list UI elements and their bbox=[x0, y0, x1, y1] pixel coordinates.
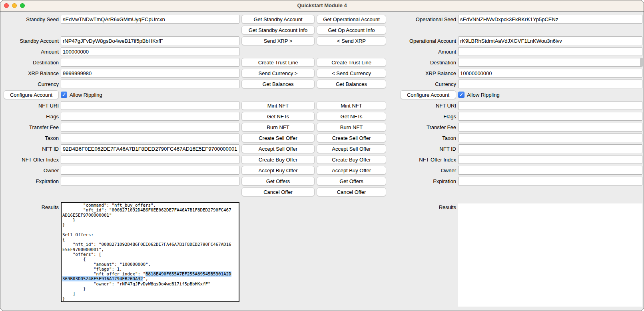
standby-flags-label: Flags bbox=[46, 114, 59, 120]
standby-xrp-balance-input[interactable] bbox=[61, 69, 239, 78]
standby-mint-nft-button[interactable]: Mint NFT bbox=[241, 101, 315, 110]
operational-cancel-offer-button[interactable]: Cancel Offer bbox=[317, 187, 386, 196]
operational-create-sell-offer-button[interactable]: Create Sell Offer bbox=[317, 134, 386, 142]
standby-accept-buy-offer-button[interactable]: Accept Buy Offer bbox=[241, 166, 315, 175]
standby-flags-input[interactable] bbox=[61, 112, 239, 121]
standby-amount-label: Amount bbox=[41, 49, 59, 55]
standby-create-trust-line-button[interactable]: Create Trust Line bbox=[241, 58, 315, 67]
operational-xrp-balance-input[interactable] bbox=[458, 69, 642, 78]
scrollbar-thumb[interactable] bbox=[640, 58, 643, 67]
operational-amount-input[interactable] bbox=[458, 47, 642, 56]
standby-nft-id-input[interactable] bbox=[61, 144, 239, 153]
standby-send-currency-button[interactable]: Send Currency > bbox=[241, 69, 315, 78]
standby-transfer-fee-label: Transfer Fee bbox=[29, 124, 59, 130]
operational-get-offers-button[interactable]: Get Offers bbox=[317, 177, 386, 185]
standby-nft-offer-index-label: NFT Offer Index bbox=[22, 157, 59, 163]
standby-get-balances-button[interactable]: Get Balances bbox=[241, 80, 315, 88]
standby-owner-input[interactable] bbox=[61, 166, 239, 175]
operational-destination-input[interactable] bbox=[458, 58, 642, 67]
standby-allow-rippling-label: Allow Rippling bbox=[70, 92, 102, 98]
operational-account-input[interactable] bbox=[458, 36, 642, 45]
standby-amount-input[interactable] bbox=[61, 47, 239, 56]
standby-nft-uri-input[interactable] bbox=[61, 101, 239, 110]
standby-owner-label: Owner bbox=[44, 167, 59, 173]
standby-nft-id-label: NFT ID bbox=[42, 146, 59, 152]
operational-owner-input[interactable] bbox=[458, 166, 642, 175]
operational-nft-uri-label: NFT URI bbox=[436, 103, 456, 109]
operational-flags-input[interactable] bbox=[458, 112, 642, 121]
operational-accept-buy-offer-button[interactable]: Accept Buy Offer bbox=[317, 166, 386, 175]
operational-currency-label: Currency bbox=[435, 81, 456, 87]
operational-allow-rippling-row: ✓ Allow Rippling bbox=[458, 92, 642, 98]
standby-seed-label: Standby Seed bbox=[26, 16, 59, 22]
operational-account-label: Operational Account bbox=[409, 38, 456, 44]
operational-nft-id-label: NFT ID bbox=[439, 146, 456, 152]
get-operational-account-button[interactable]: Get Operational Account bbox=[317, 15, 386, 24]
checkmark-icon: ✓ bbox=[459, 92, 463, 97]
get-op-account-info-button[interactable]: Get Op Account Info bbox=[317, 26, 386, 34]
operational-nft-offer-index-label: NFT Offer Index bbox=[419, 157, 456, 163]
standby-nft-uri-label: NFT URI bbox=[38, 103, 59, 109]
standby-account-input[interactable] bbox=[61, 36, 239, 45]
operational-transfer-fee-label: Transfer Fee bbox=[427, 124, 456, 130]
window-title: Quickstart Module 4 bbox=[0, 2, 644, 8]
standby-cancel-offer-button[interactable]: Cancel Offer bbox=[241, 187, 315, 196]
operational-owner-label: Owner bbox=[441, 167, 456, 173]
operational-nft-id-input[interactable] bbox=[458, 144, 642, 153]
operational-flags-label: Flags bbox=[443, 114, 456, 120]
app-window: Quickstart Module 4 Standby Seed Get Sta… bbox=[0, 0, 644, 311]
standby-configure-account-button[interactable]: Configure Account bbox=[4, 90, 59, 99]
operational-results-output[interactable] bbox=[458, 203, 642, 307]
get-standby-account-button[interactable]: Get Standby Account bbox=[241, 15, 315, 24]
operational-taxon-label: Taxon bbox=[442, 135, 456, 141]
standby-results-output[interactable]: "command": "nft_buy_offers", "nft_id": "… bbox=[61, 202, 239, 302]
get-standby-account-info-button[interactable]: Get Standby Account Info bbox=[241, 26, 315, 34]
standby-accept-sell-offer-button[interactable]: Accept Sell Offer bbox=[241, 144, 315, 153]
operational-xrp-balance-label: XRP Balance bbox=[425, 70, 456, 76]
standby-taxon-input[interactable] bbox=[61, 134, 239, 142]
operational-taxon-input[interactable] bbox=[458, 134, 642, 142]
window-titlebar[interactable]: Quickstart Module 4 bbox=[0, 0, 644, 12]
standby-destination-input[interactable] bbox=[61, 58, 239, 67]
operational-currency-input[interactable] bbox=[458, 80, 642, 88]
standby-allow-rippling-checkbox[interactable]: ✓ bbox=[61, 92, 67, 98]
standby-burn-nft-button[interactable]: Burn NFT bbox=[241, 123, 315, 132]
operational-results-label: Results bbox=[439, 204, 456, 210]
operational-allow-rippling-label: Allow Rippling bbox=[467, 92, 500, 98]
standby-nft-offer-index-input[interactable] bbox=[61, 155, 239, 164]
standby-get-offers-button[interactable]: Get Offers bbox=[241, 177, 315, 185]
standby-send-xrp-button[interactable]: Send XRP > bbox=[241, 36, 315, 45]
standby-taxon-label: Taxon bbox=[45, 135, 59, 141]
operational-nft-offer-index-input[interactable] bbox=[458, 155, 642, 164]
operational-seed-label: Operational Seed bbox=[416, 16, 456, 22]
operational-send-currency-button[interactable]: < Send Currency bbox=[317, 69, 386, 78]
standby-seed-input[interactable] bbox=[61, 15, 239, 24]
standby-xrp-balance-label: XRP Balance bbox=[28, 70, 59, 76]
standby-account-label: Standby Account bbox=[20, 38, 59, 44]
operational-burn-nft-button[interactable]: Burn NFT bbox=[317, 123, 386, 132]
operational-expiration-label: Expiration bbox=[433, 178, 456, 184]
operational-create-buy-offer-button[interactable]: Create Buy Offer bbox=[317, 155, 386, 164]
standby-currency-input[interactable] bbox=[61, 80, 239, 88]
standby-get-nfts-button[interactable]: Get NFTs bbox=[241, 112, 315, 121]
operational-send-xrp-button[interactable]: < Send XRP bbox=[317, 36, 386, 45]
operational-get-balances-button[interactable]: Get Balances bbox=[317, 80, 386, 88]
operational-transfer-fee-input[interactable] bbox=[458, 123, 642, 132]
standby-allow-rippling-row: ✓ Allow Rippling bbox=[61, 92, 239, 98]
operational-create-trust-line-button[interactable]: Create Trust Line bbox=[317, 58, 386, 67]
standby-create-sell-offer-button[interactable]: Create Sell Offer bbox=[241, 134, 315, 142]
operational-expiration-input[interactable] bbox=[458, 177, 642, 185]
operational-mint-nft-button[interactable]: Mint NFT bbox=[317, 101, 386, 110]
standby-transfer-fee-input[interactable] bbox=[61, 123, 239, 132]
standby-create-buy-offer-button[interactable]: Create Buy Offer bbox=[241, 155, 315, 164]
operational-destination-label: Destination bbox=[430, 60, 456, 66]
standby-expiration-input[interactable] bbox=[61, 177, 239, 185]
checkmark-icon: ✓ bbox=[62, 92, 66, 97]
standby-results-label: Results bbox=[42, 204, 59, 210]
operational-accept-sell-offer-button[interactable]: Accept Sell Offer bbox=[317, 144, 386, 153]
operational-nft-uri-input[interactable] bbox=[458, 101, 642, 110]
operational-get-nfts-button[interactable]: Get NFTs bbox=[317, 112, 386, 121]
operational-seed-input[interactable] bbox=[458, 15, 642, 24]
operational-allow-rippling-checkbox[interactable]: ✓ bbox=[458, 92, 465, 98]
operational-configure-account-button[interactable]: Configure Account bbox=[400, 90, 456, 99]
